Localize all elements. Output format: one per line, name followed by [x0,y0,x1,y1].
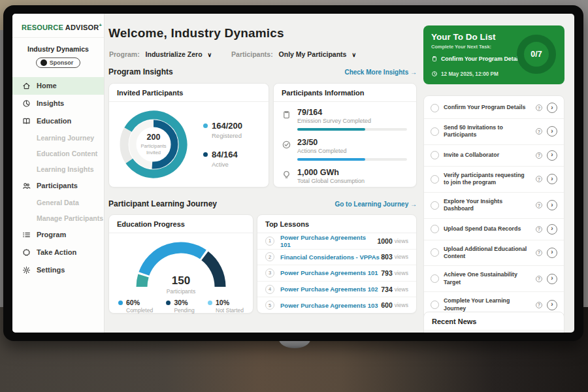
sidebar-item-take-action[interactable]: Take Action [12,244,104,261]
info-value: 23/50 [297,138,407,147]
lesson-views: 600 [381,301,393,309]
todo-task-list: Confirm Your Program Details?›Send 50 In… [423,95,564,333]
lesson-row[interactable]: 4Power Purchase Agreements 102734views [257,281,416,297]
info-label: Total Global Consumption [297,178,365,184]
legend-dot [166,301,171,305]
go-to-learning-journey-link[interactable]: Go to Learning Journey → [335,201,417,208]
legend-item-completed: 60%Completed [118,299,153,314]
survey-icon [282,110,291,120]
lesson-row[interactable]: 5Power Purchase Agreements 103600views [257,297,416,313]
help-icon[interactable]: ? [536,176,542,182]
lesson-row[interactable]: 3Power Purchase Agreements 101793views [257,265,416,281]
sidebar-item-label: Learning Journey [37,134,94,142]
check-more-insights-link[interactable]: Check More Insights → [344,69,417,76]
todo-task-verify-participants-requesting-to-join-the-program[interactable]: Verify participants requesting to join t… [424,167,564,193]
lesson-title-link[interactable]: Power Purchase Agreements 101 [280,269,381,276]
legend-item-pending: 30%Pending [166,299,194,314]
card-title: Invited Participants [109,84,269,102]
sidebar-item-program[interactable]: Program [12,226,104,244]
sidebar-item-general-data[interactable]: General Data [12,195,104,210]
progress-bar [297,128,407,131]
todo-task-explore-your-insights-dashboard[interactable]: Explore Your Insights Dashboard?› [424,193,564,219]
legend-dot [118,301,123,305]
lesson-views: 734 [381,286,393,293]
card-title: Education Progress [109,215,253,233]
task-label: Confirm Your Program Details [444,104,531,111]
lesson-views: 793 [381,269,393,277]
sidebar-item-learning-journey[interactable]: Learning Journey [12,130,104,146]
task-label: Send 50 Invitations to Participants [444,124,531,139]
sidebar-item-manage-participants[interactable]: Manage Participants [12,210,104,226]
chevron-right-icon[interactable]: › [547,174,557,184]
sidebar-item-education[interactable]: Education [12,112,104,130]
task-checkbox[interactable] [431,274,439,283]
participants-information-card: Participants Information 79/164Emission … [273,83,417,188]
chevron-right-icon[interactable]: › [547,300,557,310]
task-checkbox[interactable] [431,225,439,233]
chevron-right-icon[interactable]: › [547,150,557,161]
chevron-right-icon[interactable]: › [547,200,557,210]
sidebar-item-home[interactable]: Home [12,77,104,95]
todo-task-achieve-one-sustainability-target[interactable]: Achieve One Sustainability Target?› [424,266,564,292]
lesson-title-link[interactable]: Power Purchase Agreements 103 [280,302,381,309]
chevron-right-icon[interactable]: › [547,274,557,284]
task-checkbox[interactable] [431,301,439,309]
education-icon [22,117,31,125]
legend-dot [208,301,212,305]
lesson-title-link[interactable]: Power Purchase Agreements 101 [280,234,377,248]
legend-label: Registered [212,132,242,139]
todo-task-confirm-your-program-details[interactable]: Confirm Your Program Details?› [424,97,564,119]
task-checkbox[interactable] [431,248,439,257]
help-icon[interactable]: ? [536,226,542,233]
legend-value: 60% [126,299,140,306]
sidebar-item-participants[interactable]: Participants [12,177,104,195]
help-icon[interactable]: ? [536,202,542,208]
page-title: Welcome, Industry Dynamics [108,26,284,41]
help-icon[interactable]: ? [536,105,542,111]
task-checkbox[interactable] [431,127,439,136]
sidebar-item-learning-insights[interactable]: Learning Insights [12,161,104,177]
sidebar-item-insights[interactable]: Insights [12,95,104,112]
info-row-actions-completed: 23/50Actions Completed [282,138,408,161]
help-icon[interactable]: ? [536,250,542,256]
chevron-right-icon[interactable]: › [547,248,557,258]
sponsor-badge[interactable]: Sponsor [36,57,81,68]
learning-journey-title: Participant Learning Journey [108,199,217,208]
todo-task-upload-additional-educational-content[interactable]: Upload Additional Educational Content?› [424,240,564,267]
help-icon[interactable]: ? [536,302,542,308]
lesson-views: 1000 [377,237,392,245]
gauge-legend: 60%Completed30%Pending10%Not Started [109,293,253,314]
sidebar-item-label: Education Content [37,150,97,157]
chevron-right-icon[interactable]: › [547,224,557,235]
task-checkbox[interactable] [431,104,439,112]
donut-center-value: 200 [147,133,161,142]
task-label: Upload Additional Educational Content [444,246,531,261]
legend-value: 84/164 [212,150,238,159]
filter-bar: Program: Industrialize Zero ∨ Participan… [109,50,356,58]
lesson-row[interactable]: 2Financial Considerations - VPPAs803view… [257,249,416,265]
todo-task-upload-spend-data-records[interactable]: Upload Spend Data Records?› [424,219,564,240]
chevron-right-icon[interactable]: › [547,103,557,113]
lesson-title-link[interactable]: Power Purchase Agreements 102 [280,286,381,293]
lesson-title-link[interactable]: Financial Considerations - VPPAs [280,253,381,261]
chevron-down-icon: ∨ [207,52,212,58]
lesson-views-suffix: views [395,270,408,276]
participants-filter[interactable]: Participants: Only My Participants ∨ [231,50,356,58]
chevron-right-icon[interactable]: › [547,126,557,137]
insights-icon [22,99,31,108]
task-checkbox[interactable] [431,151,439,159]
sidebar-item-settings[interactable]: Settings [12,261,104,279]
help-icon[interactable]: ? [536,128,542,135]
task-checkbox[interactable] [431,201,439,210]
help-icon[interactable]: ? [536,152,542,159]
sidebar: RESOURCE ADVISOR+ Industry Dynamics Spon… [12,14,105,333]
program-filter[interactable]: Program: Industrialize Zero ∨ [109,50,212,58]
task-checkbox[interactable] [431,175,439,184]
sidebar-item-education-content[interactable]: Education Content [12,146,104,161]
todo-task-send-50-invitations-to-participants[interactable]: Send 50 Invitations to Participants?› [424,119,564,145]
todo-task-invite-a-collaborator[interactable]: Invite a Collaborator?› [424,145,564,167]
help-icon[interactable]: ? [536,276,542,282]
legend-value: 164/200 [212,121,242,131]
info-value: 79/164 [297,108,407,117]
lesson-row[interactable]: 1Power Purchase Agreements 1011000views [257,233,416,249]
